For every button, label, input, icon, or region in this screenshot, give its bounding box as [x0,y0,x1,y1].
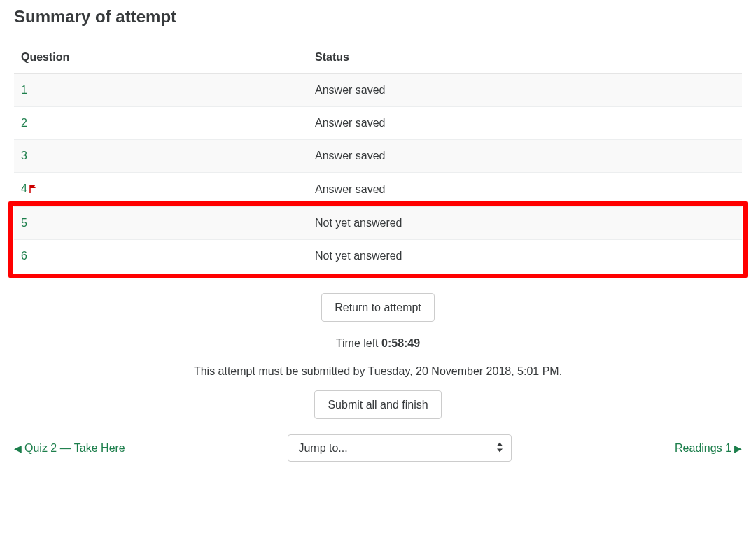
question-cell: 6 [14,240,308,273]
table-row: 1Answer saved [14,74,742,107]
status-cell: Answer saved [308,173,742,207]
status-cell: Not yet answered [308,240,742,273]
status-cell: Not yet answered [308,207,742,240]
page-title: Summary of attempt [14,7,742,27]
next-activity-label: Readings 1 [675,442,732,455]
question-link[interactable]: 1 [21,84,27,96]
submit-all-button[interactable]: Submit all and finish [314,390,441,419]
return-to-attempt-button[interactable]: Return to attempt [321,293,435,322]
prev-activity-link[interactable]: ◀ Quiz 2 — Take Here [14,442,125,455]
status-cell: Answer saved [308,140,742,173]
status-cell: Answer saved [308,74,742,107]
table-row: 3Answer saved [14,140,742,173]
question-link[interactable]: 5 [21,217,27,229]
jump-to-wrap: Jump to... [288,434,512,462]
question-link[interactable]: 4 [21,183,27,194]
question-link[interactable]: 6 [21,250,27,262]
question-cell: 5 [14,207,308,240]
col-header-question: Question [14,41,308,74]
time-left: Time left 0:58:49 [14,337,742,350]
time-left-value: 0:58:49 [382,337,420,349]
question-cell: 3 [14,140,308,173]
jump-to-select[interactable]: Jump to... [288,434,512,462]
question-cell: 4 [14,173,308,207]
question-link[interactable]: 3 [21,150,27,162]
status-cell: Answer saved [308,107,742,140]
summary-table-wrap: Question Status 1Answer saved2Answer sav… [14,41,742,272]
flag-icon [29,184,38,197]
question-link[interactable]: 2 [21,117,27,129]
question-cell: 2 [14,107,308,140]
question-cell: 1 [14,74,308,107]
arrow-right-icon: ▶ [734,443,742,454]
table-row: 5Not yet answered [14,207,742,240]
summary-table: Question Status 1Answer saved2Answer sav… [14,41,742,272]
table-row: 4Answer saved [14,173,742,207]
bottom-nav: ◀ Quiz 2 — Take Here Jump to... Readings… [14,434,742,462]
next-activity-link[interactable]: Readings 1 ▶ [675,442,742,455]
time-left-label: Time left [336,337,382,349]
table-row: 6Not yet answered [14,240,742,273]
col-header-status: Status [308,41,742,74]
table-row: 2Answer saved [14,107,742,140]
deadline-text: This attempt must be submitted by Tuesda… [14,365,742,378]
arrow-left-icon: ◀ [14,443,22,454]
prev-activity-label: Quiz 2 — Take Here [24,442,125,455]
